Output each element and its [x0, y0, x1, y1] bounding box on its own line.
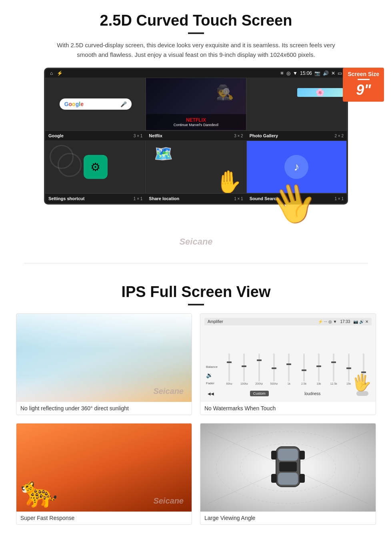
- car-caption: Large Viewing Angle: [200, 512, 376, 524]
- hand-touch-icon: 🖐️: [352, 373, 372, 392]
- amp-back-icon[interactable]: ◀◀: [208, 391, 214, 396]
- sound-search-cell[interactable]: ♪: [246, 141, 347, 193]
- settings-label-size: 1 × 1: [134, 197, 143, 201]
- usb-icon: ⚡: [57, 70, 63, 76]
- netflix-label: Netflix 3 × 2: [146, 130, 246, 141]
- seicane-watermark-sunlight: Seicane: [153, 387, 184, 396]
- settings-label: Settings shortcut 1 × 1: [45, 193, 146, 203]
- google-label-size: 3 × 1: [134, 134, 143, 138]
- share-location-thumbnail: 🗺️ 🤚: [146, 141, 246, 193]
- sound-label: Sound Search 1 × 1: [246, 193, 347, 203]
- device-wrapper: Screen Size 9" ⌂ ⚡ ✳ ◎ ▼ 15:06 📷 🔊 ✕: [44, 68, 348, 205]
- photo-2: 🌸: [297, 88, 343, 97]
- home-icon[interactable]: ⌂: [50, 70, 53, 76]
- hand-pointing-icon: 🤚: [214, 169, 242, 193]
- sunlight-card: ☀ Seicane No light reflecting under 360°…: [16, 313, 192, 415]
- seicane-watermark-cheetah: Seicane: [153, 496, 184, 506]
- badge-title: Screen Size: [348, 71, 379, 77]
- share-label-size: 1 × 1: [234, 197, 243, 201]
- sound-search-thumbnail: ♪: [247, 141, 346, 193]
- photo-gallery-cell[interactable]: 🌸: [246, 78, 347, 130]
- camera-icon: 📷: [314, 70, 320, 76]
- google-mic-icon[interactable]: 🎤: [120, 101, 127, 107]
- share-label: Share location 1 × 1: [146, 193, 246, 203]
- page-divider: [24, 263, 368, 263]
- amp-icons: ⚡ ··· ◎ ▼: [318, 319, 337, 324]
- image-grid: ☀ Seicane No light reflecting under 360°…: [16, 313, 376, 525]
- amp-loudness-label: loudness: [304, 391, 320, 396]
- settings-cell[interactable]: ⚙: [45, 141, 146, 193]
- cheetah-card: 🐆 Seicane Super Fast Response: [16, 423, 192, 525]
- svg-rect-4: [278, 473, 298, 485]
- music-note-icon: ♪: [294, 161, 299, 173]
- svg-rect-6: [271, 451, 277, 460]
- netflix-subtitle: Continue Marvel's Daredevil: [149, 123, 242, 127]
- google-logo: Google: [64, 101, 84, 107]
- share-label-name: Share location: [149, 196, 179, 201]
- amp-title: Amplifier: [208, 319, 223, 324]
- settings-icon-bg: ⚙: [84, 155, 108, 179]
- svg-rect-9: [299, 474, 305, 483]
- netflix-thumbnail: 🕵️ ▶ NETFLIX Continue Marvel's Daredevil: [146, 78, 246, 130]
- amp-slider-25k[interactable]: 2.5k: [297, 353, 310, 385]
- amp-slider-125k[interactable]: 12.5k: [327, 353, 340, 385]
- settings-thumbnail: ⚙: [46, 141, 145, 193]
- cheetah-image: 🐆 Seicane: [16, 424, 192, 512]
- section1-title: 2.5D Curved Touch Screen: [24, 12, 368, 29]
- photo-gallery-thumbnail: 🌸: [247, 78, 346, 130]
- amp-bottom-bar: ◀◀ Custom loudness: [204, 389, 372, 398]
- status-bar: ⌂ ⚡ ✳ ◎ ▼ 15:06 📷 🔊 ✕ ▭: [45, 69, 347, 78]
- section-curved-touch: 2.5D Curved Touch Screen With 2.5D curve…: [0, 0, 392, 213]
- sound-icon: ♪: [284, 155, 308, 179]
- seicane-watermark-1: Seicane: [0, 237, 392, 247]
- amp-slider-10k[interactable]: 10k: [312, 353, 325, 385]
- svg-rect-3: [278, 449, 298, 461]
- app-grid: Google 🎤 🕵️ ▶ NETFLIX: [45, 78, 347, 203]
- car-svg: [268, 435, 308, 499]
- settings-label-name: Settings shortcut: [48, 196, 84, 201]
- amp-slider-60hz[interactable]: 60hz: [223, 353, 236, 385]
- google-label: Google 3 × 1: [45, 130, 146, 141]
- sunlight-image: ☀ Seicane: [16, 314, 192, 402]
- minimize-icon[interactable]: ▭: [338, 70, 342, 76]
- google-thumbnail: Google 🎤: [46, 78, 145, 130]
- netflix-title: NETFLIX: [149, 117, 242, 123]
- amp-slider-500hz[interactable]: 500hz: [268, 353, 280, 385]
- amp-ctrl-icons: 📷 🔊 ✕: [353, 319, 368, 324]
- volume-icon: 🔊: [323, 70, 329, 76]
- close-icon[interactable]: ✕: [331, 70, 335, 76]
- amp-top-bar: Amplifier ⚡ ··· ◎ ▼ 17:33 📷 🔊 ✕: [204, 318, 372, 325]
- cheetah-caption: Super Fast Response: [16, 512, 192, 524]
- amp-custom-button[interactable]: Custom: [250, 391, 269, 396]
- gear-icon: ⚙: [90, 161, 100, 174]
- netflix-label-name: Netflix: [149, 133, 162, 138]
- section-ips: IPS Full Screen View ☀ Seicane No light …: [0, 279, 392, 533]
- share-location-cell[interactable]: 🗺️ 🤚: [146, 141, 246, 193]
- section1-description: With 2.5D curved-display screen, this de…: [56, 40, 336, 60]
- google-search-bar[interactable]: Google 🎤: [60, 98, 132, 110]
- maps-icon: 🗺️: [154, 145, 173, 162]
- netflix-label-size: 3 × 2: [234, 134, 243, 138]
- amp-volume-icon: 🔉: [206, 372, 221, 378]
- sunlight-caption: No light reflecting under 360° direct su…: [16, 402, 192, 415]
- amp-slider-1k[interactable]: 1k: [282, 353, 295, 385]
- photo-label-name: Photo Gallery: [250, 133, 278, 138]
- status-bar-right: ✳ ◎ ▼ 15:06 📷 🔊 ✕ ▭: [280, 70, 342, 76]
- car-image: [200, 424, 376, 512]
- google-cell[interactable]: Google 🎤: [45, 78, 146, 130]
- amp-slider-100hz[interactable]: 100hz: [238, 353, 250, 385]
- amp-time: 17:33: [340, 319, 350, 324]
- svg-rect-5: [279, 462, 297, 472]
- netflix-cell[interactable]: 🕵️ ▶ NETFLIX Continue Marvel's Daredevil: [146, 78, 246, 130]
- amp-balance-label: Balance: [206, 365, 221, 369]
- svg-rect-8: [271, 474, 277, 483]
- title-divider: [188, 32, 204, 34]
- amp-fader-label: Fader: [206, 381, 221, 385]
- amplifier-caption: No Watermarks When Touch: [200, 402, 376, 415]
- cheetah-icon: 🐆: [20, 474, 58, 510]
- amp-slider-200hz[interactable]: 200hz: [253, 353, 266, 385]
- screen-size-badge: Screen Size 9": [343, 68, 384, 102]
- car-card: Large Viewing Angle: [200, 423, 376, 525]
- svg-rect-7: [299, 451, 305, 460]
- photo-label: Photo Gallery 2 × 2: [246, 130, 347, 141]
